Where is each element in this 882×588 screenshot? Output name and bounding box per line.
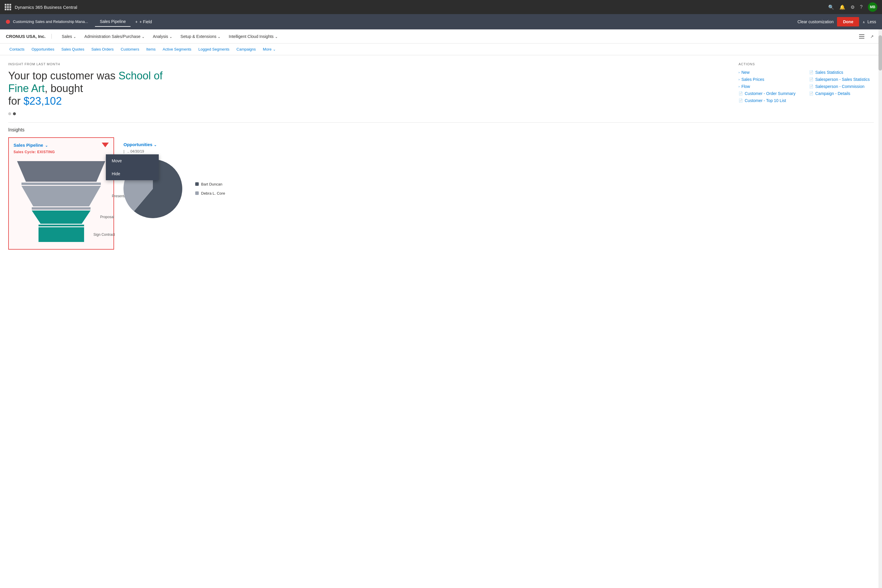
funnel-chart: Initial Presentation [14,159,109,244]
clear-customization-button[interactable]: Clear customization [797,20,834,24]
top-bar-icons-group: 🔍 🔔 ⚙ ? MB [828,2,877,12]
nav-link-sales-quotes[interactable]: Sales Quotes [58,44,88,55]
chevron-down-icon [275,34,278,39]
insight-bought-text: , bought [45,82,83,94]
nav-link-opportunities[interactable]: Opportunities [28,44,58,55]
nav-menu-admin-label: Administration Sales/Purchase [84,34,141,39]
nav-link-items[interactable]: Items [142,44,159,55]
nav-menu-cloud-label: Intelligent Cloud Insights [229,34,274,39]
nav-link-campaigns[interactable]: Campaigns [233,44,259,55]
nav-menu-setup[interactable]: Setup & Extensions [176,29,225,44]
action-flow-label: Flow [741,84,750,89]
done-button[interactable]: Done [837,17,859,27]
hamburger-menu-icon[interactable] [857,32,867,41]
action-sales-statistics[interactable]: 📄 Sales Statistics [809,69,874,76]
help-icon[interactable]: ? [860,4,862,10]
action-customer-order-label: Customer - Order Summary [745,91,796,96]
action-customer-top10-label: Customer - Top 10 List [745,98,786,103]
action-customer-order-summary[interactable]: 📄 Customer - Order Summary [738,90,803,97]
bell-icon[interactable]: 🔔 [839,4,845,10]
funnel-stage-initial: Initial [14,161,109,182]
opportunities-card-title[interactable]: Opportunities [123,142,157,147]
scrollbar[interactable] [879,29,882,256]
action-new[interactable]: › New [738,69,803,76]
funnel-bar-presentation-svg [21,186,101,206]
legend-label-bart: Bart Duncan [201,182,222,186]
funnel-bar-sign-contract-shape [39,227,84,242]
customizing-title: Customizing [13,20,34,24]
nav-link-more[interactable]: More [259,44,279,55]
funnel-gap-2 [32,207,90,210]
nav-link-sales-orders[interactable]: Sales Orders [88,44,117,55]
actions-label: ACTIONS [738,62,874,66]
svg-marker-1 [21,186,101,206]
sales-pipeline-tab[interactable]: Sales Pipeline [95,17,130,27]
nav-menu-analysis[interactable]: Analysis [149,29,176,44]
funnel-stage-proposal: Proposal [14,210,109,224]
context-menu-trigger-area: Move Hide [102,142,109,147]
insight-text-plain1: Your top customer was [8,70,116,82]
action-flow[interactable]: › Flow [738,83,803,90]
nav-menu-sales-label: Sales [62,34,72,39]
funnel-bar-sign-contract: Sign Contract [39,227,84,242]
action-campaign-label: Campaign - Details [815,91,850,96]
action-sales-prices-label: Sales Prices [741,77,764,82]
action-salesperson-commission[interactable]: 📄 Salesperson - Commission [809,83,874,90]
sales-pipeline-card: Sales Pipeline Move Hide Sales Cycle: EX… [8,137,114,250]
less-button[interactable]: Less [862,20,876,24]
dot-1[interactable] [8,112,11,115]
chevron-icon: › [738,70,740,74]
card-title-row: Sales Pipeline Move Hide [14,142,109,148]
doc-icon: 📄 [738,92,743,96]
nav-menu-cloud[interactable]: Intelligent Cloud Insights [225,29,282,44]
dot-indicators [8,112,184,115]
action-sales-statistics-label: Sales Statistics [815,70,843,75]
doc-icon: 📄 [809,92,813,96]
nav-link-contacts[interactable]: Contacts [6,44,28,55]
chevron-down-icon [73,34,76,39]
action-campaign-details[interactable]: 📄 Campaign - Details [809,90,874,97]
action-sp-sales-stats-label: Salesperson - Sales Statistics [815,77,870,82]
insights-heading: Insights [8,127,874,133]
user-avatar[interactable]: MB [868,2,877,12]
plus-icon: + [135,20,138,24]
funnel-gap-1 [21,183,101,185]
pipeline-card-title[interactable]: Sales Pipeline [14,142,48,148]
top-navigation-bar: Dynamics 365 Business Central 🔍 🔔 ⚙ ? MB [0,0,882,14]
funnel-label-sign-contract: Sign Contract [93,232,115,237]
legend-color-bart [195,182,199,186]
nav-link-active-segments[interactable]: Active Segments [159,44,195,55]
action-sales-prices[interactable]: › Sales Prices [738,76,803,83]
expand-icon[interactable]: ↗ [868,32,876,41]
nav-menu-analysis-label: Analysis [153,34,168,39]
more-chevron-icon [273,47,276,51]
insight-for-text: for [8,95,21,107]
second-navigation-bar: CRONUS USA, Inc. Sales Administration Sa… [0,29,882,44]
action-salesperson-sales-statistics[interactable]: 📄 Salesperson - Sales Statistics [809,76,874,83]
waffle-menu-icon[interactable] [5,4,11,10]
nav-link-customers[interactable]: Customers [117,44,143,55]
action-customer-top10[interactable]: 📄 Customer - Top 10 List [738,97,803,104]
nav-menu-sales[interactable]: Sales [58,29,80,44]
customizing-subtitle: Sales and Relationship Mana... [35,20,88,24]
nav-menu-admin[interactable]: Administration Sales/Purchase [80,29,149,44]
context-menu-hide[interactable]: Hide [106,167,159,180]
customize-badge: Customizing Sales and Relationship Mana.… [6,19,88,24]
search-icon[interactable]: 🔍 [828,4,834,10]
funnel-bar-proposal-svg [32,210,90,224]
settings-icon[interactable]: ⚙ [850,4,855,10]
nav-link-logged-segments[interactable]: Logged Segments [195,44,233,55]
funnel-bar-initial: Initial [17,161,105,182]
svg-marker-0 [17,161,105,182]
add-field-button[interactable]: + + Field [130,17,157,27]
chevron-up-icon [862,20,866,24]
main-content: INSIGHT FROM LAST MONTH Your top custome… [0,55,882,256]
funnel-stage-sign-contract: Sign Contract [14,227,109,242]
chevron-icon: › [738,78,740,81]
customize-bar: Customizing Sales and Relationship Mana.… [0,14,882,29]
context-menu-move[interactable]: Move [106,154,159,167]
context-menu-trigger[interactable] [102,142,109,147]
pipeline-chevron-icon [45,142,48,148]
dot-2[interactable] [13,112,16,115]
scrollbar-thumb[interactable] [879,35,882,70]
